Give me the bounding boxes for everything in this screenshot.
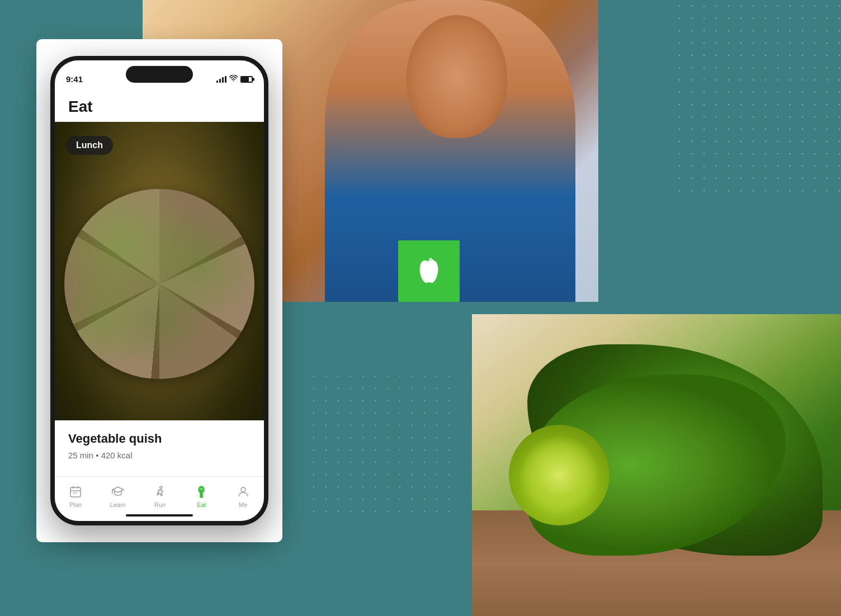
nav-item-eat[interactable]: Eat (194, 485, 209, 508)
battery-icon (240, 76, 253, 83)
lunch-badge: Lunch (66, 136, 113, 155)
svg-rect-0 (70, 487, 81, 497)
dish-meta: 25 min • 420 kcal (68, 451, 251, 460)
svg-point-2 (241, 487, 245, 492)
phone-mockup: 9:41 Eat (50, 56, 268, 525)
lunch-badge-text: Lunch (76, 140, 103, 150)
dot-pattern-top-right (673, 0, 841, 196)
nav-item-learn[interactable]: Learn (110, 485, 126, 508)
lime (509, 425, 610, 525)
woman-face (407, 15, 507, 138)
phone-food-image: Lunch (55, 122, 264, 446)
signal-icon (216, 76, 226, 83)
phone-app-title: Eat (68, 98, 93, 116)
nav-label-run: Run (154, 501, 166, 508)
eat-icon (194, 485, 209, 499)
nav-item-me[interactable]: Me (236, 485, 251, 508)
learn-icon (111, 485, 125, 499)
phone-notch-pill (126, 66, 193, 83)
plan-icon (68, 485, 83, 499)
nav-label-plan: Plan (69, 501, 82, 508)
pizza-circle (64, 189, 254, 379)
wifi-icon (229, 75, 238, 83)
nav-label-learn: Learn (110, 501, 126, 508)
nav-item-plan[interactable]: Plan (68, 485, 83, 508)
nav-label-eat: Eat (197, 501, 206, 508)
herbs-bg (472, 314, 841, 616)
dish-meta-sep: • (96, 451, 101, 460)
phone-status-bar: 9:41 (55, 60, 264, 91)
apple-icon (414, 257, 443, 286)
phone-app-header: Eat (55, 91, 264, 122)
nav-item-run[interactable]: Run (153, 485, 167, 508)
phone-info-card[interactable]: Vegetable quish 25 min • 420 kcal (55, 420, 264, 482)
svg-point-1 (160, 486, 162, 489)
dish-time: 25 min (68, 451, 93, 460)
herbs-photo (472, 314, 841, 616)
phone-time: 9:41 (66, 74, 83, 84)
nav-label-me: Me (239, 501, 247, 508)
dot-pattern-bottom-center (308, 370, 453, 515)
food-image-inner (55, 122, 264, 446)
me-icon (236, 485, 251, 499)
pizza-visual (55, 122, 264, 446)
green-accent-box (398, 240, 460, 302)
pizza-overlay (64, 189, 254, 379)
run-icon (153, 485, 167, 499)
dish-name: Vegetable quish (68, 432, 251, 446)
home-indicator (126, 514, 193, 517)
phone-status-icons (216, 75, 253, 83)
dish-calories: 420 kcal (101, 451, 133, 460)
